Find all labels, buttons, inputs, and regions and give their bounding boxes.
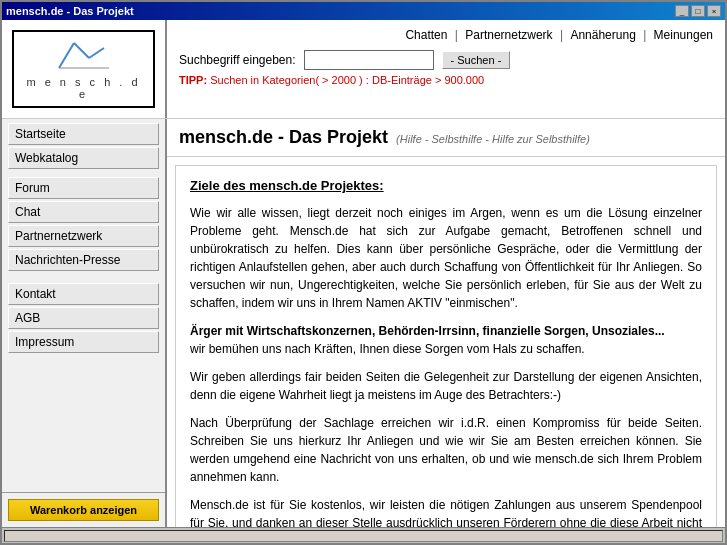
main-content: mensch.de - Das Projekt (Hilfe - Selbsth… <box>167 119 725 527</box>
svg-line-0 <box>59 43 74 68</box>
sidebar-item-chat[interactable]: Chat <box>8 201 159 223</box>
maximize-button[interactable]: □ <box>691 5 705 17</box>
tip-label: TIPP: <box>179 74 207 86</box>
header-right: Chatten | Partnernetzwerk | Annäherung |… <box>167 20 725 118</box>
page-title: mensch.de - Das Projekt <box>179 127 388 148</box>
sidebar-item-forum[interactable]: Forum <box>8 177 159 199</box>
sidebar-nav: Startseite Webkatalog Forum Chat Partner… <box>2 119 165 492</box>
svg-line-2 <box>89 48 104 58</box>
nav-group-2: Kontakt AGB Impressum <box>8 283 159 353</box>
sidebar-item-webkatalog[interactable]: Webkatalog <box>8 147 159 169</box>
top-header: m e n s c h . d e Chatten | Partnernetzw… <box>2 20 725 119</box>
nav-meinungen[interactable]: Meinungen <box>654 28 713 42</box>
nav-group-1: Startseite Webkatalog Forum Chat Partner… <box>8 123 159 271</box>
search-label: Suchbegriff eingeben: <box>179 53 296 67</box>
tip-row: TIPP: Suchen in Kategorien( > 2000 ) : D… <box>179 74 713 86</box>
logo-text: m e n s c h . d e <box>24 76 143 100</box>
top-nav: Chatten | Partnernetzwerk | Annäherung |… <box>179 28 713 42</box>
nav-partnernetzwerk[interactable]: Partnernetzwerk <box>465 28 552 42</box>
nav-sep-3: | <box>643 28 649 42</box>
page-subtitle: (Hilfe - Selbsthilfe - Hilfe zur Selbsth… <box>396 133 590 145</box>
content-paragraph-4: Nach Überprüfung der Sachlage erreichen … <box>190 414 702 486</box>
title-bar-text: mensch.de - Das Projekt <box>6 5 134 17</box>
tip-link[interactable]: Suchen in Kategorien( > 2000 ) <box>210 74 363 86</box>
sidebar-item-impressum[interactable]: Impressum <box>8 331 159 353</box>
sidebar-item-agb[interactable]: AGB <box>8 307 159 329</box>
sidebar-item-startseite[interactable]: Startseite <box>8 123 159 145</box>
logo-graphic <box>54 38 114 73</box>
main-layout: m e n s c h . d e Chatten | Partnernetzw… <box>2 20 725 543</box>
search-button[interactable]: - Suchen - <box>442 51 511 69</box>
sidebar-item-nachrichten-presse[interactable]: Nachrichten-Presse <box>8 249 159 271</box>
window-frame: mensch.de - Das Projekt _ □ × m e n s c … <box>0 0 727 545</box>
bold-line: Ärger mit Wirtschaftskonzernen, Behörden… <box>190 324 665 338</box>
bottom-bar <box>2 527 725 543</box>
content-paragraph-5: Mensch.de ist für Sie kostenlos, wir lei… <box>190 496 702 528</box>
nav-sep-2: | <box>560 28 566 42</box>
minimize-button[interactable]: _ <box>675 5 689 17</box>
content-paragraph-3: Wir geben allerdings fair beiden Seiten … <box>190 368 702 404</box>
sidebar-item-kontakt[interactable]: Kontakt <box>8 283 159 305</box>
close-button[interactable]: × <box>707 5 721 17</box>
search-input[interactable] <box>304 50 434 70</box>
content-heading: Ziele des mensch.de Projektes: <box>190 176 702 196</box>
sidebar-bottom: Warenkorb anzeigen <box>2 492 165 527</box>
content-area: Startseite Webkatalog Forum Chat Partner… <box>2 119 725 527</box>
page-title-bar: mensch.de - Das Projekt (Hilfe - Selbsth… <box>167 119 725 157</box>
sidebar: Startseite Webkatalog Forum Chat Partner… <box>2 119 167 527</box>
search-row: Suchbegriff eingeben: - Suchen - <box>179 50 713 70</box>
nav-chatten[interactable]: Chatten <box>405 28 447 42</box>
nav-annaeherung[interactable]: Annäherung <box>570 28 635 42</box>
tip-db-link[interactable]: DB-Einträge > 900.000 <box>372 74 484 86</box>
logo-area: m e n s c h . d e <box>2 20 167 118</box>
content-paragraph-1: Wie wir alle wissen, liegt derzeit noch … <box>190 204 702 312</box>
logo-box: m e n s c h . d e <box>12 30 155 108</box>
content-body: Ziele des mensch.de Projektes: Wie wir a… <box>175 165 717 527</box>
title-bar: mensch.de - Das Projekt _ □ × <box>2 2 725 20</box>
title-bar-buttons: _ □ × <box>675 5 721 17</box>
horizontal-scrollbar[interactable] <box>4 530 723 542</box>
content-paragraph-2: Ärger mit Wirtschaftskonzernen, Behörden… <box>190 322 702 358</box>
nav-sep-1: | <box>455 28 461 42</box>
svg-line-1 <box>74 43 89 58</box>
sidebar-item-partnernetzwerk[interactable]: Partnernetzwerk <box>8 225 159 247</box>
warenkorb-button[interactable]: Warenkorb anzeigen <box>8 499 159 521</box>
